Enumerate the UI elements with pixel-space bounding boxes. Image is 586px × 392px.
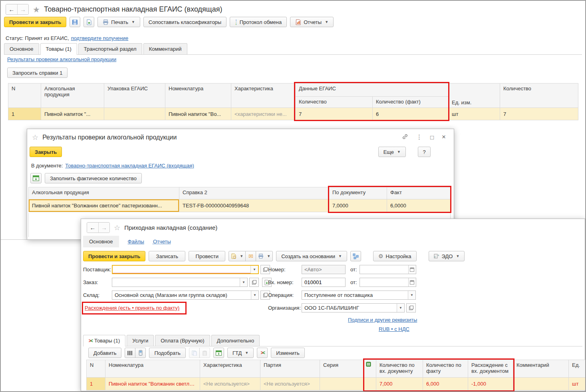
create-based-on-button[interactable]: Создать на основании▼ xyxy=(276,251,347,261)
in-number-field[interactable] xyxy=(302,278,346,287)
cell-unit[interactable]: шт xyxy=(449,108,500,120)
col-egais-qty[interactable]: Количество xyxy=(296,97,373,108)
fill-fact-quantity-button[interactable]: Заполнить фактическое количество xyxy=(45,173,142,183)
dropdown-arrow-icon[interactable]: ▼ xyxy=(408,291,415,299)
print-button[interactable]: ▼ xyxy=(256,251,273,261)
back-button[interactable]: ← xyxy=(87,223,98,233)
cell-marking[interactable] xyxy=(364,378,376,390)
back-button[interactable]: ← xyxy=(6,4,17,14)
col-alco-product[interactable]: Алкогольная продукция xyxy=(29,187,179,199)
order-field[interactable]: ▼ xyxy=(112,278,248,287)
confirm-receipt-link[interactable]: подтвердите получение xyxy=(71,35,129,41)
close-icon[interactable]: × xyxy=(439,133,448,141)
signatures-link[interactable]: Подписи и другие реквизиты xyxy=(348,317,417,323)
col-nomenclature[interactable]: Номенклатура xyxy=(105,360,200,378)
cell-batch[interactable]: <Не используется> xyxy=(260,378,320,390)
col-series[interactable]: Серия xyxy=(320,360,364,378)
organization-field[interactable]: ООО 1С-ПАБЛИШИНГ ▼ xyxy=(302,303,405,312)
dropdown-arrow-icon[interactable]: ▼ xyxy=(240,278,247,287)
col-n[interactable]: N xyxy=(8,84,41,108)
col-quantity[interactable]: Количество xyxy=(500,84,578,108)
compare-button[interactable]: >< xyxy=(257,348,268,358)
discrepancy-link[interactable]: Расхождения (есть • принять по факту) xyxy=(85,305,179,311)
table-row[interactable]: 1 Пивной напиток "... Пивной напиток "Во… xyxy=(8,108,578,120)
cell-cert2[interactable]: TEST-FB-000000040959648 xyxy=(179,199,329,212)
paste-rows-button[interactable] xyxy=(199,348,210,358)
edo-button[interactable]: ЭДО▼ xyxy=(429,251,465,261)
favorite-star-outline-icon[interactable]: ☆ xyxy=(32,133,38,142)
date-field[interactable] xyxy=(360,265,416,274)
col-marking[interactable] xyxy=(364,360,376,378)
number-field[interactable] xyxy=(302,265,346,274)
col-alco-product[interactable]: Алкогольная продукция xyxy=(41,84,104,108)
dropdown-arrow-icon[interactable]: ▼ xyxy=(250,266,258,273)
dropdown-arrow-icon[interactable]: ▼ xyxy=(397,304,404,312)
save-button[interactable]: Записать xyxy=(149,251,185,261)
settings-button[interactable]: ⚙Настройка xyxy=(373,251,417,261)
send-mail-button[interactable]: ✉ xyxy=(245,251,256,261)
cell-n[interactable]: 1 xyxy=(8,108,41,120)
col-qty-by-doc[interactable]: Количество по вх. документу xyxy=(376,360,423,378)
col-diff[interactable]: Расхождение с вх. документом xyxy=(468,360,513,378)
tab-goods[interactable]: Товары (1) xyxy=(40,43,77,55)
favorite-star-outline-icon[interactable]: ☆ xyxy=(114,223,120,232)
post-button[interactable]: Провести xyxy=(189,251,225,261)
organization-open-button[interactable] xyxy=(406,303,416,312)
gtd-button[interactable]: ГТД▼ xyxy=(227,348,254,358)
dropdown-arrow-icon[interactable]: ▼ xyxy=(251,291,258,299)
col-fact[interactable]: Факт xyxy=(387,187,451,199)
data-terminal-button[interactable] xyxy=(135,348,146,358)
verification-results-link[interactable]: Результаты проверки алкогольной продукци… xyxy=(7,56,116,62)
cell-unit[interactable]: шт xyxy=(569,378,586,390)
cell-nomenclature[interactable]: Пивной напиток "Волжанин светло... xyxy=(105,378,200,390)
cell-diff[interactable]: -1,000 xyxy=(468,378,513,390)
col-by-document[interactable]: По документу xyxy=(329,187,387,199)
cell-characteristic[interactable]: <характеристики не... xyxy=(231,108,296,120)
cell-quantity[interactable]: 7 xyxy=(500,108,578,120)
col-egais-pack[interactable]: Упаковка ЕГАИС xyxy=(104,84,165,108)
cell-n[interactable]: 1 xyxy=(87,378,105,390)
kebab-menu-icon[interactable]: ⋮ xyxy=(414,133,425,141)
col-unit[interactable]: Ед. изм. xyxy=(449,84,500,108)
request-certs-button[interactable]: Запросить справки 1 xyxy=(7,68,68,78)
tab-transport[interactable]: Транспортный раздел xyxy=(78,43,142,54)
create-file-button[interactable]: ▼ xyxy=(228,251,246,261)
dialog-close-button[interactable]: Закрыть xyxy=(30,147,62,157)
cell-egais-qty-fact[interactable]: 6 xyxy=(373,108,449,120)
table-row[interactable]: 1 Пивной напиток "Волжанин светло... <Не… xyxy=(87,378,586,390)
more-button[interactable]: Еще▼ xyxy=(378,147,406,157)
copy-rows-button[interactable] xyxy=(189,348,200,358)
calendar-icon[interactable] xyxy=(408,278,416,287)
tab-additional[interactable]: Дополнительно xyxy=(211,335,260,346)
pagetab-reports[interactable]: Отчеты xyxy=(153,239,171,245)
cell-by-document[interactable]: 7,0000 xyxy=(329,199,387,212)
supplier-field[interactable]: ▼ xyxy=(112,265,259,274)
cell-qty-by-doc[interactable]: 7,000 xyxy=(376,378,423,390)
col-group-egais-data[interactable]: Данные ЕГАИС xyxy=(296,84,449,97)
col-unit[interactable]: Ед. xyxy=(569,360,586,378)
post-and-close-button[interactable]: Провести и закрыть xyxy=(83,251,145,261)
cell-fact[interactable]: 6,0000 xyxy=(387,199,451,212)
col-nomenclature[interactable]: Номенклатура xyxy=(165,84,231,108)
edit-row-button[interactable]: Изменить xyxy=(271,348,305,358)
operation-field[interactable]: Поступление от поставщика ▼ xyxy=(302,291,416,300)
cell-egais-qty[interactable]: 7 xyxy=(296,108,373,120)
favorite-star-icon[interactable]: ★ xyxy=(33,5,40,14)
match-classifiers-button[interactable]: Сопоставить классификаторы xyxy=(143,17,226,27)
reports-button[interactable]: Отчеты▼ xyxy=(290,17,334,27)
post-and-close-button[interactable]: Провести и закрыть xyxy=(4,17,66,27)
tab-comment[interactable]: Комментарий xyxy=(143,43,187,54)
col-qty-fact[interactable]: Количество по факту xyxy=(423,360,468,378)
cell-comment[interactable] xyxy=(513,378,569,390)
structure-button[interactable] xyxy=(350,251,361,261)
forward-button[interactable]: → xyxy=(98,223,109,233)
calendar-icon[interactable] xyxy=(408,265,416,274)
warehouse-field[interactable]: Основной склад (Магазин или группа склад… xyxy=(112,291,259,300)
table-row[interactable]: Пивной напиток "Волжанин светлое" пастер… xyxy=(29,199,451,212)
cell-alco-product[interactable]: Пивной напиток "... xyxy=(41,108,104,120)
tab-goods[interactable]: >< Товары (1) xyxy=(83,335,125,346)
help-button[interactable]: ? xyxy=(418,147,431,157)
print-button[interactable]: Печать▼ xyxy=(97,17,140,27)
reread-document-button[interactable] xyxy=(83,17,94,27)
exchange-protocol-button[interactable]: ↑↓ Протокол обмена xyxy=(230,17,287,27)
